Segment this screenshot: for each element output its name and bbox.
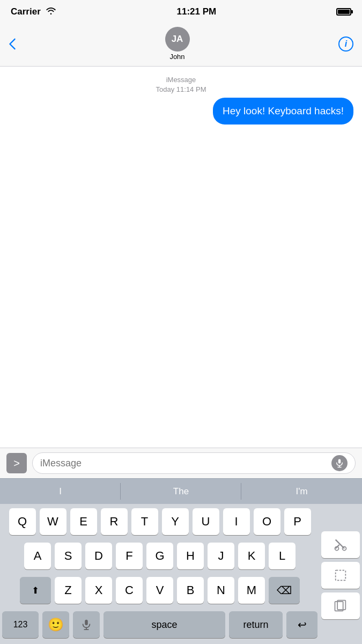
predictive-item-1[interactable]: The <box>121 479 241 504</box>
message-row: Hey look! Keyboard hacks! <box>9 98 353 125</box>
keyboard: Q W E R T Y U I O P A S D F G H J K <box>0 504 362 644</box>
key-l[interactable]: L <box>269 543 295 569</box>
predictive-label-2: I'm <box>295 486 307 497</box>
key-k[interactable]: K <box>238 543 265 569</box>
emoji-key[interactable]: 🙂 <box>42 611 69 638</box>
key-o[interactable]: O <box>254 508 280 535</box>
keyboard-row-2: A S D F G H J K L <box>2 543 317 569</box>
info-button[interactable]: i <box>338 36 353 52</box>
status-time: 11:21 PM <box>177 6 217 17</box>
keyboard-row-3: ⬆ Z X C V B N M ⌫ <box>2 577 317 604</box>
key-p[interactable]: P <box>284 508 311 535</box>
key-p-label: P <box>293 515 301 529</box>
key-c-label: C <box>125 583 134 597</box>
keyboard-mic-key[interactable] <box>73 611 100 638</box>
battery-container <box>336 8 351 16</box>
expand-icon: > <box>13 457 20 470</box>
shift-key[interactable]: ⬆ <box>20 577 51 604</box>
key-g-label: G <box>155 549 164 563</box>
paste-key[interactable] <box>321 592 360 619</box>
delete-key[interactable]: ⌫ <box>269 577 300 604</box>
wifi-icon <box>45 6 57 17</box>
numbers-label: 123 <box>13 620 28 630</box>
back-button[interactable] <box>9 38 16 50</box>
carrier-label: Carrier <box>11 6 41 17</box>
key-s[interactable]: S <box>55 543 82 569</box>
key-h[interactable]: H <box>177 543 204 569</box>
key-e-label: E <box>79 515 87 529</box>
key-x[interactable]: X <box>85 577 112 604</box>
key-s-label: S <box>64 549 72 563</box>
svg-rect-3 <box>85 620 88 625</box>
info-icon[interactable]: i <box>338 36 353 52</box>
avatar-initials: JA <box>172 34 183 45</box>
nav-bar: JA John i <box>0 24 362 67</box>
expand-button[interactable]: > <box>6 453 27 473</box>
message-timestamp: Today 11:14 PM <box>9 85 353 94</box>
key-y-label: Y <box>171 515 179 529</box>
key-a[interactable]: A <box>24 543 51 569</box>
nav-contact-info[interactable]: JA John <box>165 27 190 61</box>
key-u-label: U <box>202 515 210 529</box>
key-u[interactable]: U <box>193 508 219 535</box>
svg-rect-0 <box>338 459 341 464</box>
message-input-wrap <box>32 452 356 474</box>
key-v[interactable]: V <box>146 577 173 604</box>
status-bar: Carrier 11:21 PM <box>0 0 362 24</box>
service-label: iMessage <box>9 75 353 85</box>
undo-key[interactable]: ↩ <box>286 611 317 638</box>
key-m[interactable]: M <box>238 577 265 604</box>
key-j[interactable]: J <box>208 543 234 569</box>
key-e[interactable]: E <box>70 508 97 535</box>
key-q[interactable]: Q <box>9 508 36 535</box>
key-f-label: F <box>125 549 132 563</box>
key-n-label: N <box>217 583 225 597</box>
key-x-label: X <box>95 583 103 597</box>
svg-rect-10 <box>336 570 346 580</box>
key-f[interactable]: F <box>116 543 143 569</box>
key-w-label: W <box>47 515 58 529</box>
key-c[interactable]: C <box>116 577 143 604</box>
cut-key[interactable] <box>321 531 360 558</box>
battery-icon <box>336 8 351 16</box>
key-i-label: I <box>234 515 238 529</box>
key-y[interactable]: Y <box>162 508 189 535</box>
messages-area: iMessage Today 11:14 PM Hey look! Keyboa… <box>0 67 362 448</box>
input-bar: > <box>0 448 362 478</box>
key-j-label: J <box>218 549 224 563</box>
key-r[interactable]: R <box>101 508 128 535</box>
key-t-label: T <box>141 515 148 529</box>
keyboard-row-1: Q W E R T Y U I O P <box>2 508 317 535</box>
key-w[interactable]: W <box>40 508 67 535</box>
message-text: Hey look! Keyboard hacks! <box>223 105 344 116</box>
status-left: Carrier <box>11 6 57 17</box>
key-v-label: V <box>156 583 164 597</box>
key-a-label: A <box>34 549 42 563</box>
key-t[interactable]: T <box>131 508 158 535</box>
key-g[interactable]: G <box>146 543 173 569</box>
key-b[interactable]: B <box>177 577 204 604</box>
side-actions <box>321 531 360 619</box>
return-key[interactable]: return <box>229 611 283 638</box>
mic-button[interactable] <box>331 455 348 471</box>
space-key[interactable]: space <box>104 611 225 638</box>
key-q-label: Q <box>18 515 27 529</box>
numbers-key[interactable]: 123 <box>2 611 39 638</box>
message-input[interactable] <box>40 458 331 469</box>
key-i[interactable]: I <box>223 508 250 535</box>
info-label: i <box>345 39 347 49</box>
keyboard-row-4: 123 🙂 space return ↩ <box>2 611 317 638</box>
key-n[interactable]: N <box>208 577 234 604</box>
key-z[interactable]: Z <box>55 577 82 604</box>
predictive-item-0[interactable]: I <box>0 479 121 504</box>
predictive-bar: I The I'm <box>0 478 362 504</box>
key-b-label: B <box>187 583 195 597</box>
key-z-label: Z <box>64 583 71 597</box>
predictive-item-2[interactable]: I'm <box>241 479 362 504</box>
message-bubble: Hey look! Keyboard hacks! <box>213 98 353 125</box>
avatar: JA <box>165 27 190 52</box>
select-key[interactable] <box>321 562 360 589</box>
key-d[interactable]: D <box>85 543 112 569</box>
emoji-label: 🙂 <box>48 617 64 632</box>
key-r-label: R <box>110 515 119 529</box>
